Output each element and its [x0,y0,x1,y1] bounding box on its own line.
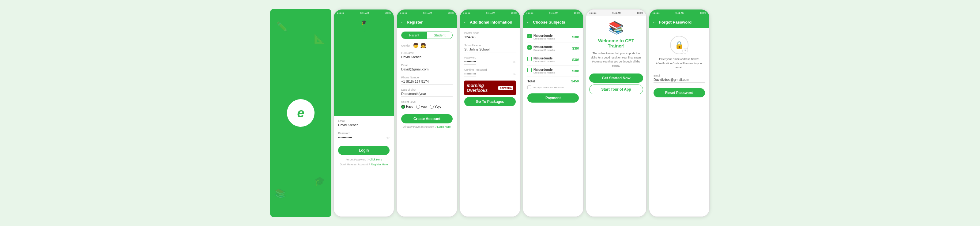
postal-value[interactable]: 124745 [464,35,516,40]
email-field-group: Email David Krebec [338,119,390,128]
deco-3: 📚 [275,188,286,199]
login-logo-e: e [362,26,366,34]
confirm-password-group: Confirm Password •••••••••• 👁 [464,68,516,77]
subject-info-4: Natuurdunde Duration 06 months [533,68,555,74]
payment-button[interactable]: Payment [527,93,579,103]
checkbox-1[interactable]: ✓ [527,34,531,38]
get-started-button[interactable]: Get Started Now [589,73,643,83]
forgot-password-text: Forgot Password ? Click Here [338,158,390,161]
password-value[interactable]: •••••••••••• [338,135,352,140]
eye-icon-add-pass[interactable]: 👁 [513,60,516,64]
radio-yyyy[interactable] [430,105,434,109]
forgot-email-value[interactable]: Davidkrbec@gmail.com [654,78,705,83]
fullname-value[interactable]: David Krebec [401,55,453,60]
phone-value[interactable]: +1 (818) 157 5174 [401,80,453,84]
level-yyyy[interactable]: Yyyy [430,105,441,109]
splash-logo: e [287,99,315,127]
eye-icon-login[interactable]: 👁 [387,136,390,140]
deco-1: ✏️ [276,21,288,32]
parent-tab[interactable]: Parent [401,32,427,38]
reg-email-value[interactable]: David@gmail.com [401,67,453,72]
subject-duration-3: Duration 06 months [533,60,555,63]
male-icon[interactable]: 👦 [413,43,419,48]
dob-value[interactable]: Date/month/year [401,92,453,97]
additional-title: Additional Information [470,20,512,24]
check-icon-2: ✓ [528,46,531,49]
fullname-group: Full Name David Krebec [401,51,453,60]
forgot-link[interactable]: Click Here [369,158,382,161]
add-password-label: Password [464,56,516,59]
student-tab[interactable]: Student [427,32,452,38]
level-havo[interactable]: Havo [401,105,413,109]
subject-item-3: Natuurdunde Duration 06 months $30/ [527,54,579,65]
battery-forgot: 100% [700,12,706,14]
login-here-link[interactable]: Login Here [438,125,451,128]
forgot-description: Enter your Email Address Below- A Verifi… [654,57,705,70]
eye-icon-confirm[interactable]: 👁 [513,73,516,76]
captcha-badge: CAPTCHA [498,86,513,90]
school-group: School Name St. Johns School [464,44,516,53]
female-icon[interactable]: 👧 [420,43,426,48]
captcha-box: morning Overlooks CAPTCHA [464,81,516,95]
additional-info-screen: ●●●●● 9:41 AM 100% ← Additional Informat… [460,9,520,217]
forgot-title: Forgot Password [659,20,692,24]
terms-checkbox[interactable] [527,86,531,89]
subjects-content: ✓ Natuurdunde Duration 06 months $30/ ✓ … [523,28,583,216]
battery-login: 100% [385,12,391,14]
email-value[interactable]: David Krebec [338,123,390,128]
register-header: ← Register [397,16,457,28]
checkbox-4[interactable] [527,68,531,72]
checkbox-2[interactable]: ✓ [527,45,531,49]
subject-info-2: Natuurdunde Duration 06 months [533,45,555,51]
back-icon-additional[interactable]: ← [463,20,467,24]
welcome-icon: 📚 [609,21,624,35]
dob-group: Date of birth Date/month/year [401,88,453,97]
total-row: Total $450 [527,77,579,86]
back-icon-forgot[interactable]: ← [652,20,657,24]
back-icon-register[interactable]: ← [400,20,404,24]
time-register: 9:41 AM [423,12,432,14]
reset-password-button[interactable]: Reset Password [654,88,705,97]
school-label: School Name [464,44,516,47]
create-account-button[interactable]: Create Account [401,114,453,123]
grad-hat: 🎓 [361,20,367,25]
check-icon-1: ✓ [528,35,531,38]
login-screen: ●●●●● 9:41 AM 100% e 🎓 Email David Krebe… [333,9,395,217]
status-bar-login: ●●●●● 9:41 AM 100% [334,10,394,16]
subject-info-1: Natuurdunde Duration 06 months [533,34,555,40]
register-text: Don't Have an Account ? Register Here [338,163,390,166]
login-top: e 🎓 [334,16,394,116]
forgot-content: 🔒 ? Enter your Email Address Below- A Ve… [649,28,709,216]
checkbox-3[interactable] [527,57,531,61]
level-vwo[interactable]: vwo [416,105,426,109]
start-tour-button[interactable]: Start Tour of App [589,84,643,94]
register-title: Register [407,20,423,24]
time-forgot: 9:41 AM [675,12,684,14]
splash-panel: ✏️ 📐 📚 🎓 e [270,9,331,217]
radio-havo[interactable] [401,105,405,109]
register-link[interactable]: Register Here [371,163,388,166]
subject-price-3: $30/ [573,58,579,62]
lock-icon: 🔒 ? [670,36,689,54]
status-bar-forgot: ●●●●● 9:41 AM 100% [649,10,709,16]
add-password-value[interactable]: •••••••••• [464,60,476,65]
register-screen: ●●●●● 9:41 AM 100% ← Register Parent Stu… [396,9,458,217]
login-button[interactable]: Login [338,146,390,155]
welcome-body-area: 📚 Welcome to CET Trainer! The online tra… [586,16,646,216]
signal-subjects: ●●●●● [526,12,533,14]
level-group: Select Level Havo vwo Yyyy [401,100,453,109]
gender-row: Gender 👦 👧 [401,43,453,48]
radio-vwo[interactable] [416,105,420,109]
captcha-text: morning Overlooks [467,83,498,93]
reg-email-group: Email David@gmail.com [401,64,453,72]
email-label: Email [338,119,390,123]
school-value[interactable]: St. Johns School [464,48,516,53]
welcome-title: Welcome to CET Trainer! [589,38,643,48]
confirm-value[interactable]: •••••••••• [464,72,476,77]
subject-left-2: ✓ Natuurdunde Duration 06 months [527,45,555,51]
back-icon-subjects[interactable]: ← [526,20,530,24]
deco-2: 📐 [314,33,325,44]
go-to-packages-button[interactable]: Go To Packages [464,97,516,106]
choose-subjects-screen: ●●●●● 9:41 AM 100% ← Choose Subjects ✓ N… [522,9,584,217]
subject-duration-4: Duration 06 months [533,72,555,74]
